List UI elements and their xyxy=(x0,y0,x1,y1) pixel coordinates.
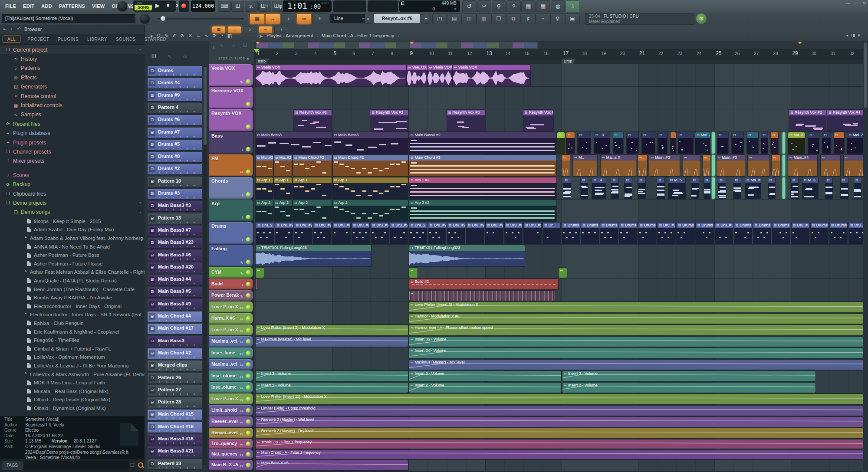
tree-item-history[interactable]: ↻History xyxy=(0,54,145,63)
clip-unnamed[interactable] xyxy=(256,279,257,289)
menu-item-add[interactable]: ADD xyxy=(38,3,56,9)
tree-item-scores[interactable]: ♪Scores xyxy=(0,170,145,180)
track-header-mai-quency[interactable]: Mai..quency∾ xyxy=(209,449,253,459)
track-enable-led[interactable] xyxy=(246,397,250,401)
clip-unnamed[interactable]: ∾ xyxy=(683,155,701,176)
clip-drums[interactable]: ⊟Drums xyxy=(562,223,579,244)
clip-unnamed[interactable]: ⊟ xyxy=(658,132,667,154)
clip-love-philter-insert-3-modulation-x[interactable]: ∾Love Philter (Insert 3) - Modulation X xyxy=(256,325,408,335)
clip-unnamed[interactable]: ⊟ xyxy=(657,177,664,199)
clip-unnamed[interactable]: ⊟ xyxy=(717,132,728,154)
clip-unnamed[interactable]: ∾ xyxy=(844,155,863,176)
clip-unnamed[interactable]: ↦ xyxy=(409,291,556,301)
breadcrumb-tail[interactable]: Main Chord - A - Filter 1 frequency xyxy=(322,33,395,38)
clip-lane[interactable]: ↦Veela VOX↦Vee..OX↦Veela VOX↦Veela VOX⊟R… xyxy=(254,64,863,472)
clip-maximus-master-mix-level[interactable]: ∾Maximus (Master) - Mix level xyxy=(256,337,408,347)
timeline-ruler[interactable]: 1234567891011121314151617181920212223242… xyxy=(254,49,863,59)
save-new-version-icon[interactable]: ▦ xyxy=(536,0,550,13)
pattern-block[interactable]: ⊟Main Bass3 #9 xyxy=(148,299,202,310)
clip-insert-3-volume[interactable]: ∾Insert 3 - Volume xyxy=(562,371,815,381)
playlist-track-row[interactable]: ∾Maximus (Master) - Mix level∾Insert 35 … xyxy=(254,336,863,347)
track-enable-led[interactable] xyxy=(246,374,250,378)
clip-arp-1-#2[interactable]: ⊟Arp 1 #2 xyxy=(409,177,556,199)
song-item[interactable]: MDK ft Miss Lina - Leap of Faith xyxy=(0,378,145,387)
clip-maximus-master-mix-level[interactable]: ∾Maximus (Master) - Mix level xyxy=(409,360,863,370)
browser-tab-project[interactable]: PROJECT xyxy=(27,37,49,42)
project-title[interactable]: [ThijsKuipers] Sometime (Vocal) xyxy=(2,14,135,23)
clip-unnamed[interactable]: ⊟ xyxy=(834,132,844,154)
clip-unnamed[interactable]: ⊟ xyxy=(581,177,588,199)
clip-unnamed[interactable]: ⊟ xyxy=(566,132,575,154)
clip-unnamed[interactable]: ⊟ xyxy=(733,177,741,199)
clip-harmor-modulation-x-#6[interactable]: ∾Harmor - Modulation X #6 xyxy=(409,314,863,324)
menu-item-file[interactable]: FILE xyxy=(2,3,20,9)
pattern-block[interactable]: ⊟Pattern 28 xyxy=(148,397,202,408)
pattern-block[interactable]: ⊟Main Bass3 #6 xyxy=(148,250,202,261)
playlist-track-row[interactable]: ⊟Arp 2⊟Arp 2⊟Arp 2⊟Arp 2⊟Arp 2 #2 xyxy=(254,200,863,222)
track-enable-led[interactable] xyxy=(246,79,250,84)
clip-resynth-vox-#2[interactable]: ⊟Resynth Vox #2 xyxy=(789,110,826,131)
export-icon[interactable]: ⇩ xyxy=(566,0,580,13)
clip-insert-2-volume[interactable]: ∾Insert 2 - Volume xyxy=(562,383,815,393)
tree-item-clipboard-files[interactable]: ❒Clipboard files xyxy=(0,189,145,198)
tools-grid-icon[interactable]: ▥ xyxy=(477,13,491,24)
playlist-track-row[interactable]: ↦ xyxy=(254,290,863,302)
track-header-falling[interactable]: Falling∿··· xyxy=(209,245,253,266)
clip-drums[interactable]: ⊟Drums xyxy=(696,223,713,244)
browser-tab-sounds[interactable]: SOUNDS xyxy=(116,37,136,42)
playlist-tool-icon-5[interactable]: ✕ xyxy=(188,33,192,39)
tree-item-demo-projects[interactable]: ❒Demo projects▾ xyxy=(0,198,145,207)
piano-roll-icon[interactable]: ▤ xyxy=(447,13,462,24)
cut-tool-icon[interactable]: ✂ xyxy=(477,0,491,13)
track-enable-led[interactable] xyxy=(246,270,250,275)
playlist-tool-icon-3[interactable]: ✐ xyxy=(172,33,176,39)
clip-unnamed[interactable]: ⊟ xyxy=(771,132,778,154)
midi-keyboard-icon-rack[interactable]: ♪ xyxy=(243,26,257,33)
clip-mai-3-#4[interactable]: ⊟Mai..3 #4 xyxy=(695,132,710,154)
next-pattern-icon-rack[interactable]: → xyxy=(227,26,241,33)
slider-thumb[interactable] xyxy=(161,16,165,21)
clip-ma-#7[interactable]: ⊟Ma..#7 xyxy=(745,177,761,199)
clip-dru-#2[interactable]: ⊟Dru..#2 xyxy=(275,223,293,244)
pattern-block[interactable]: ⊟Drums #3 xyxy=(148,189,202,199)
tree-item-generators[interactable]: ШGenerators xyxy=(0,82,145,92)
clip-resynth-vox-#4[interactable]: ⊟Resynth Vox #4 xyxy=(827,110,863,131)
link-controllers-icon[interactable]: ∞ xyxy=(296,13,312,24)
tags-input[interactable] xyxy=(24,461,128,470)
clip-harmor-riser-a-phaser-offset-motion-speed[interactable]: ∾Harmor riser - A - Phaser offset motion… xyxy=(409,325,863,335)
browser-nav-icons[interactable]: ▸ ↑ ↶ xyxy=(3,26,23,31)
track-enable-led[interactable] xyxy=(246,102,250,106)
clip-dru-#2[interactable]: ⊟Dru..#2 xyxy=(428,223,446,244)
playlist-track-row[interactable]: ⊟Dru..2⊟Dru..#2⊟Dru..#2⊟Dru..#2⊟Dru..#2⊟… xyxy=(254,222,863,245)
clip-unnamed[interactable]: ⊟ xyxy=(791,177,798,199)
clip-main-chord-#3[interactable]: ⊟Main Chord #3 xyxy=(409,155,556,176)
pattern-block[interactable]: ⊟Main Bass3 #3 xyxy=(148,201,202,211)
clip-temfx01-fallinglong023[interactable]: ↦TEMFX01-FallingLong023 xyxy=(256,245,371,266)
tree-item-remote-control[interactable]: ⌗Remote control xyxy=(0,92,145,101)
clip-main-#3[interactable]: ∾Main..#3 xyxy=(717,155,745,176)
clip-insert-2-volume[interactable]: ∾Insert 2 - Volume xyxy=(256,383,408,393)
master-volume-slider[interactable] xyxy=(157,18,244,20)
clip-limiter-side-comp-threshold[interactable]: ∾Limiter (Side) - Comp threshold xyxy=(256,406,863,416)
snap-selector[interactable]: Line▸ xyxy=(330,14,366,23)
pattern-block[interactable]: ⊟Drums #2 xyxy=(148,164,202,174)
blend-recorded-notes-icon[interactable]: ɜ. xyxy=(245,1,258,12)
clip-drums[interactable]: ⊟Drums xyxy=(811,223,828,244)
track-enable-led[interactable] xyxy=(246,431,250,435)
clip-dru-3[interactable]: ⊟Dru..3 xyxy=(849,223,863,244)
tree-item-effects[interactable]: ◎Effects xyxy=(0,73,145,82)
song-item[interactable]: LollieVox - Optimum Momentum xyxy=(0,353,145,362)
scrollbar-thumb[interactable] xyxy=(204,67,207,145)
clip-love-philter-insert-3-modulation-x[interactable]: ∾Love Philter (Insert 3) - Modulation X xyxy=(409,302,863,312)
song-item[interactable]: Olbaid - Dynamics (Original Mix) xyxy=(0,404,145,413)
pattern-block[interactable]: ⊟Main Bass3 #4 xyxy=(148,275,202,285)
clip-ma-#2[interactable]: ⊟Ma..#2 xyxy=(256,155,273,176)
playhead-marker[interactable] xyxy=(254,49,259,53)
track-header-inse-olume[interactable]: Inse..olume∾ xyxy=(209,370,253,381)
track-header-power-break[interactable]: Power Break∿ xyxy=(209,290,253,301)
clip-love-philter-insert-11-modulation-x[interactable]: ∾Love Philter (Insert 11) - Modulation X xyxy=(256,394,863,404)
automation-icon[interactable]: ∞ xyxy=(183,53,187,59)
menu-item-view[interactable]: VIEW xyxy=(89,3,108,9)
clip-unnamed[interactable]: ⊟ xyxy=(841,177,848,199)
clip-resynth-vox-#3[interactable]: ⊟Resynth Vox #3 xyxy=(447,110,485,131)
